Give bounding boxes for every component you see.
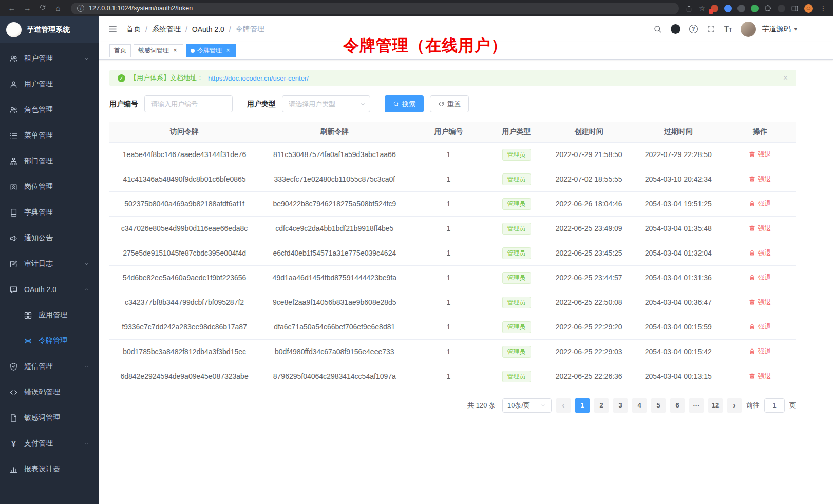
sidebar-item-report-designer[interactable]: 报表设计器 (0, 456, 99, 482)
force-logout-button[interactable]: 强退 (749, 322, 771, 332)
force-logout-button[interactable]: 强退 (749, 175, 771, 184)
sidebar-item-oauth-app[interactable]: 应用管理 (0, 302, 99, 328)
site-info-icon[interactable]: i (77, 5, 84, 12)
refresh-token-cell: 8796295f04064c2983414cc54af1097a (259, 364, 409, 389)
fullscreen-icon[interactable] (707, 25, 715, 33)
extensions-puzzle-icon[interactable] (764, 5, 772, 12)
force-logout-button[interactable]: 强退 (749, 273, 771, 282)
breadcrumb-item[interactable]: 系统管理 (152, 25, 181, 34)
alert-close-icon[interactable]: × (783, 73, 788, 83)
trash-icon (749, 176, 755, 182)
refresh-token-cell: be90422b8c7946218275a508bf524fc9 (259, 191, 409, 216)
force-logout-button[interactable]: 强退 (749, 150, 771, 159)
logo-row[interactable]: 芋道管理系统 (0, 16, 99, 43)
table-row: 6d842e2924594de9a09e45e087323abe 8796295… (109, 364, 796, 389)
extension-icon[interactable] (737, 5, 745, 12)
page-button[interactable]: 1 (575, 398, 590, 413)
user-avatar[interactable] (741, 22, 756, 37)
page-button[interactable]: 3 (613, 398, 628, 413)
menu-label: 报表设计器 (24, 464, 60, 474)
page-size-select[interactable]: 10条/页 (502, 398, 552, 413)
alert-doc-link[interactable]: https://doc.iocoder.cn/user-center/ (208, 74, 309, 82)
side-panel-icon[interactable] (791, 5, 799, 12)
user-type-select[interactable] (282, 95, 370, 112)
sidebar-item-sms[interactable]: 短信管理 (0, 354, 99, 379)
sidebar-item-pay[interactable]: ¥ 支付管理 (0, 431, 99, 456)
expire-time-cell: 2054-03-04 00:15:42 (633, 339, 724, 364)
force-logout-button[interactable]: 强退 (749, 298, 771, 307)
tab-sensitive-word[interactable]: 敏感词管理 × (134, 44, 183, 57)
bookmark-star-icon[interactable]: ☆ (698, 4, 705, 12)
user-menu-caret-icon[interactable]: ▾ (794, 26, 797, 32)
breadcrumb-item[interactable]: OAuth 2.0 (192, 25, 224, 33)
browser-reload-button[interactable] (36, 2, 49, 15)
goto-page-input[interactable] (764, 398, 785, 413)
sidebar-collapse-icon[interactable] (108, 24, 118, 34)
menu-label: 菜单管理 (24, 131, 53, 140)
menu-label: 应用管理 (39, 311, 67, 320)
sidebar-item-error-code[interactable]: 错误码管理 (0, 379, 99, 405)
sidebar-item-role[interactable]: 角色管理 (0, 97, 99, 123)
sidebar-item-notice[interactable]: 通知公告 (0, 225, 99, 251)
sidebar-item-audit-log[interactable]: 审计日志 (0, 251, 99, 277)
page-button[interactable]: 12 (708, 398, 723, 413)
user-type-badge: 管理员 (502, 223, 531, 235)
tab-close-icon[interactable]: × (172, 47, 179, 54)
sidebar-item-post[interactable]: 岗位管理 (0, 174, 99, 200)
browser-menu-icon[interactable]: ⋮ (819, 4, 828, 12)
search-icon[interactable] (653, 25, 662, 33)
trash-icon (749, 348, 755, 355)
extension-icon[interactable] (751, 5, 759, 12)
page-button[interactable]: 2 (594, 398, 609, 413)
reset-button[interactable]: 重置 (430, 95, 469, 112)
font-size-icon[interactable]: TT (724, 25, 732, 34)
browser-back-button[interactable]: ← (5, 2, 18, 15)
force-logout-button[interactable]: 强退 (749, 248, 771, 258)
force-logout-button[interactable]: 强退 (749, 372, 771, 381)
github-icon[interactable] (671, 24, 680, 34)
prev-page-button[interactable]: ‹ (556, 398, 571, 413)
extension-icon[interactable] (711, 5, 718, 12)
page-button[interactable]: 6 (670, 398, 685, 413)
sidebar-item-oauth-token[interactable]: 令牌管理 (0, 328, 99, 354)
reload-icon (39, 4, 46, 11)
sidebar-item-dict[interactable]: 字典管理 (0, 200, 99, 225)
share-icon[interactable] (685, 5, 693, 12)
tab-home[interactable]: 首页 (109, 44, 131, 57)
tab-token[interactable]: 令牌管理 × (186, 44, 236, 57)
username[interactable]: 芋道源码 (762, 25, 790, 34)
sidebar-item-menu[interactable]: 菜单管理 (0, 123, 99, 148)
user-type-select-input[interactable] (282, 95, 370, 112)
sidebar-item-sensitive-word[interactable]: 敏感词管理 (0, 405, 99, 431)
search-button[interactable]: 搜索 (385, 95, 424, 112)
access-token-cell: f9336e7c7dd242a283ee98dc86b17a87 (109, 315, 259, 339)
sidebar-item-oauth[interactable]: OAuth 2.0 (0, 277, 99, 302)
browser-profile-avatar[interactable]: ☺ (804, 4, 813, 13)
browser-forward-button[interactable]: → (21, 2, 34, 15)
pagination: 共 120 条 10条/页 ‹ 123456···12 › 前往 页 (109, 398, 796, 413)
sidebar-item-dept[interactable]: 部门管理 (0, 148, 99, 174)
help-icon[interactable]: ? (689, 25, 698, 33)
chevron-down-icon (84, 441, 89, 447)
next-page-button[interactable]: › (727, 398, 742, 413)
menu-label: 审计日志 (24, 259, 53, 268)
force-logout-button[interactable]: 强退 (749, 347, 771, 356)
sidebar-item-tenant[interactable]: 租户管理 (0, 46, 99, 71)
page-button[interactable]: 4 (632, 398, 647, 413)
browser-toolbar-icons: ☆ ☺ ⋮ (685, 4, 828, 13)
extension-icon[interactable] (778, 5, 785, 12)
user-id-cell: 1 (409, 167, 487, 191)
browser-home-button[interactable]: ⌂ (51, 2, 65, 15)
sidebar-item-user[interactable]: 用户管理 (0, 71, 99, 97)
page-button[interactable]: 5 (651, 398, 666, 413)
table-row: 54d6be82ee5a460a9aedc1f9bf223656 49d1aa4… (109, 265, 796, 290)
tab-close-icon[interactable]: × (224, 47, 232, 54)
force-logout-button[interactable]: 强退 (749, 224, 771, 233)
browser-address-bar[interactable]: i 127.0.0.1:1024/system/oauth2/token (71, 3, 679, 14)
breadcrumb-item[interactable]: 首页 (126, 25, 141, 34)
extension-icon[interactable] (724, 5, 732, 12)
user-id-input[interactable] (144, 95, 233, 112)
force-logout-button[interactable]: 强退 (749, 199, 771, 208)
chevron-down-icon (84, 261, 89, 267)
page-button[interactable]: ··· (689, 398, 704, 413)
